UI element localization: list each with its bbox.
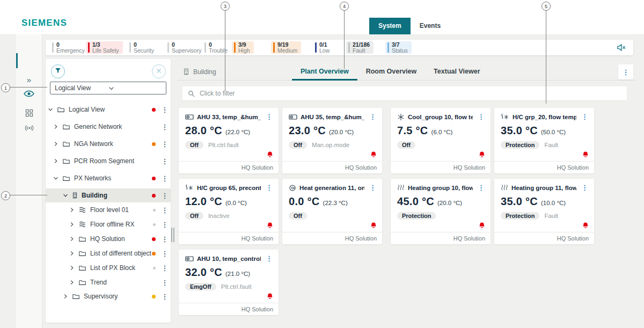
chevron-right-icon[interactable]: [69, 222, 76, 227]
item-menu-button[interactable]: ⋮: [160, 264, 169, 272]
content-tab-room-overview[interactable]: Room Overview: [357, 64, 425, 81]
chevron-right-icon[interactable]: [69, 280, 76, 285]
chevron-right-icon[interactable]: [69, 207, 76, 213]
mode-badge: Off: [289, 212, 307, 220]
tree-filter-button[interactable]: [51, 64, 65, 78]
tree-item-label: Floor offline RX: [90, 221, 153, 228]
status-text: Inactive: [208, 213, 230, 219]
content-tab-textual-viewer[interactable]: Textual Viewer: [425, 64, 488, 81]
card-menu-button[interactable]: ⋮: [368, 113, 378, 121]
chevron-right-icon[interactable]: [69, 251, 76, 256]
plant-card-cool-group-10-flow-tem[interactable]: Cool_group 10, flow tem...⋮7.5 °C(6.0 °C…: [391, 108, 491, 173]
plant-card-heating-group-11-flow-t[interactable]: Heating group 11, flow t...⋮35.0 °C(10.0…: [494, 179, 594, 244]
expand-sidebar-button[interactable]: »: [16, 72, 42, 86]
tree-item-supervisory[interactable]: Supervisory⋮: [46, 289, 171, 303]
card-menu-button[interactable]: ⋮: [580, 184, 590, 192]
tree-item-floor-level-01[interactable]: Floor level 01⋮: [46, 203, 171, 217]
status-item-life-safety[interactable]: 1/3Life Safety: [86, 41, 123, 54]
item-menu-button[interactable]: ⋮: [160, 250, 169, 258]
item-menu-button[interactable]: ⋮: [160, 206, 169, 214]
item-menu-button[interactable]: ⋮: [160, 293, 169, 301]
status-item-low[interactable]: 0/1Low: [313, 41, 333, 54]
mode-badge: Protection: [501, 212, 539, 220]
item-menu-button[interactable]: ⋮: [160, 174, 169, 183]
mode-badge: Off: [397, 141, 415, 149]
chevron-right-icon[interactable]: [53, 124, 60, 129]
tree-item-trend[interactable]: Trend⋮: [46, 275, 171, 289]
event-dot: [152, 252, 156, 256]
card-title: AHU 10, temp_control, 1...: [197, 256, 261, 262]
card-menu-button[interactable]: ⋮: [264, 113, 274, 121]
plant-card-ahu-33-temp-hum-ctr[interactable]: AHU 33, temp_&hum_ctr...⋮28.0 °C(22.0 °C…: [179, 108, 279, 173]
tree-item-building[interactable]: Building⋮: [46, 188, 171, 202]
chevron-right-icon[interactable]: [53, 141, 60, 147]
item-menu-button[interactable]: ⋮: [160, 279, 169, 287]
chevron-right-icon[interactable]: [53, 158, 60, 164]
card-menu-button[interactable]: ⋮: [476, 113, 486, 121]
chevron-down-icon[interactable]: [48, 107, 54, 112]
card-title: AHU 35, temp_&hum_ctr...: [301, 114, 364, 120]
item-menu-button[interactable]: ⋮: [160, 140, 169, 148]
view-selector-dropdown[interactable]: Logical View: [50, 82, 166, 94]
card-menu-button[interactable]: ⋮: [264, 254, 274, 263]
card-menu-button[interactable]: ⋮: [580, 113, 590, 121]
content-tab-plant-overview[interactable]: Plant Overview: [292, 64, 357, 81]
status-item-status[interactable]: 3/7Status: [385, 41, 412, 54]
chevron-down-icon: [108, 85, 162, 91]
item-menu-button[interactable]: ⋮: [160, 123, 169, 131]
tree-clear-button[interactable]: [152, 64, 166, 78]
status-item-supervisory[interactable]: 0Supervisory: [165, 41, 205, 54]
status-item-medium[interactable]: 9/19Medium: [271, 41, 301, 54]
status-item-trouble[interactable]: 0Trouble: [202, 41, 231, 54]
filter-input[interactable]: [199, 89, 621, 98]
item-menu-button[interactable]: ⋮: [160, 235, 169, 243]
tree-item-nga-network[interactable]: NGA Network⋮: [46, 137, 171, 151]
chevron-down-icon[interactable]: [63, 193, 69, 198]
system-browser-button[interactable]: [16, 88, 42, 101]
status-count: 3/9: [238, 42, 250, 48]
chevron-down-icon[interactable]: [53, 176, 60, 181]
status-count: 0: [134, 42, 154, 48]
double-chevron-icon: »: [27, 76, 31, 84]
item-menu-button[interactable]: ⋮: [160, 157, 169, 165]
tree-item-label: NGA Network: [74, 140, 152, 148]
mute-button[interactable]: [617, 43, 626, 52]
status-item-fault[interactable]: 21/186Fault: [346, 41, 374, 54]
chevron-right-icon[interactable]: [69, 265, 76, 271]
item-menu-button[interactable]: ⋮: [160, 106, 169, 114]
top-tab-system[interactable]: System: [369, 18, 411, 34]
plant-card-heating-group-10-flow-t[interactable]: Heating group 10, flow t...⋮45.0 °C(20.0…: [391, 179, 491, 244]
chevron-right-icon[interactable]: [63, 294, 69, 299]
tree-item-floor-offline-rx[interactable]: Floor offline RX⋮: [46, 217, 171, 231]
status-item-security[interactable]: 0Security: [127, 41, 158, 54]
plant-card-heat-generation-11-one[interactable]: Heat generation 11, one ...⋮0.0 °C(22.3 …: [282, 179, 382, 244]
tree-item-hq-solution[interactable]: HQ Solution⋮: [46, 232, 171, 246]
plant-card-ahu-10-temp-control-1[interactable]: AHU 10, temp_control, 1...⋮32.0 °C(21.0 …: [179, 250, 279, 315]
tree-item-list-of-different-object[interactable]: List of different object⋮: [46, 246, 171, 260]
content-menu-button[interactable]: ⋮: [618, 64, 633, 79]
card-menu-button[interactable]: ⋮: [264, 184, 274, 192]
tree-item-pcr-room-segment[interactable]: PCR Room Segment⋮: [46, 154, 171, 168]
card-menu-button[interactable]: ⋮: [476, 184, 486, 192]
item-menu-button[interactable]: ⋮: [160, 192, 169, 200]
top-tab-events[interactable]: Events: [411, 18, 450, 34]
applications-button[interactable]: [16, 107, 42, 121]
status-item-high[interactable]: 3/9High: [232, 41, 254, 54]
chevron-right-icon[interactable]: [69, 236, 76, 242]
plant-card-ahu-35-temp-hum-ctr[interactable]: AHU 35, temp_&hum_ctr...⋮23.0 °C(20.0 °C…: [282, 108, 382, 173]
tree-item-logical-view[interactable]: Logical View⋮: [46, 103, 171, 116]
item-menu-button[interactable]: ⋮: [160, 221, 169, 229]
status-item-emergency[interactable]: 0Emergency: [50, 41, 89, 54]
status-count: 21/186: [353, 42, 370, 48]
tree-item-list-of-px-block[interactable]: List of PX Block⋮: [46, 261, 171, 275]
plant-card-h-c-group-65-precontrol[interactable]: H/C group 65, precontrol⋮12.0 °C(0.0 °C)…: [179, 179, 279, 244]
setpoint-value: (50.0 °C): [541, 129, 566, 135]
tree-item-px-networks[interactable]: PX Networks⋮: [46, 171, 171, 185]
card-menu-button[interactable]: ⋮: [368, 184, 378, 192]
notification-button[interactable]: [16, 122, 42, 136]
status-label: Fault: [353, 48, 370, 54]
plant-card-h-c-grp-20-flow-temp-c[interactable]: H/C grp_20, flow temp_c...⋮35.0 °C(50.0 …: [494, 108, 594, 173]
card-title: Heat generation 11, one ...: [299, 185, 364, 191]
tree-item-generic-network[interactable]: Generic Network⋮: [46, 120, 171, 134]
panel-splitter[interactable]: [171, 228, 175, 242]
